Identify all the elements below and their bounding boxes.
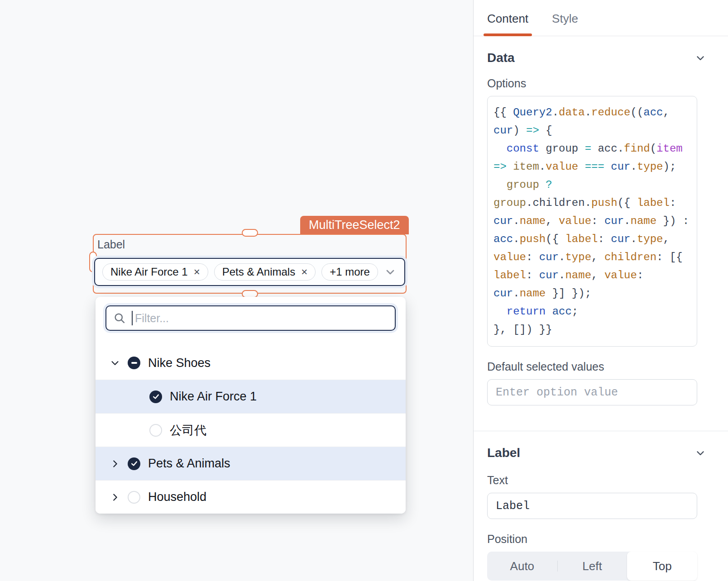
position-option-top[interactable]: Top [627, 552, 697, 581]
selected-tag-label: Nike Air Force 1 [110, 266, 188, 278]
tree-item-label: Nike Shoes [148, 356, 211, 370]
tree-item-item[interactable]: 公司代 [96, 413, 406, 447]
position-label: Position [487, 533, 706, 546]
remove-tag-icon[interactable]: × [194, 267, 200, 277]
dropdown-panel: Nike Shoes Nike Air Force 1 公司代 Pets & A… [96, 297, 406, 514]
tab-style[interactable]: Style [552, 0, 578, 36]
checkbox[interactable] [128, 491, 140, 504]
checkbox[interactable] [149, 391, 162, 403]
selected-tag-nike-air-force-1[interactable]: Nike Air Force 1 × [102, 263, 208, 281]
checkbox[interactable] [149, 424, 162, 437]
filter-field[interactable] [105, 305, 396, 331]
default-selected-values-label: Default selected values [487, 360, 706, 373]
filter-input[interactable] [135, 312, 388, 325]
inspector-tabs: ContentStyle [474, 0, 728, 36]
options-label: Options [487, 77, 706, 90]
label-section: Label Text Position AutoLeftTop [487, 431, 706, 581]
selected-tag-label: Pets & Animals [222, 266, 295, 278]
tree-item-pets-animals[interactable]: Pets & Animals [96, 447, 406, 480]
chevron-icon[interactable] [110, 492, 120, 502]
position-option-auto[interactable]: Auto [487, 552, 557, 581]
checkbox[interactable] [128, 457, 140, 470]
component-name-badge[interactable]: MultiTreeSelect2 [300, 216, 409, 234]
chevron-down-icon[interactable] [694, 447, 706, 459]
options-code-editor[interactable]: {{ Query2.data.reduce((acc,cur) => { con… [487, 96, 697, 347]
text-cursor [132, 311, 133, 325]
chevron-down-icon[interactable] [694, 52, 706, 64]
position-segmented-control: AutoLeftTop [487, 552, 697, 581]
data-section-title: Data [487, 51, 515, 65]
selected-tag-pets-animals[interactable]: Pets & Animals × [214, 263, 316, 281]
chevron-icon[interactable] [110, 358, 120, 368]
selection-handle-top[interactable] [242, 229, 258, 237]
component-label: Label [97, 238, 125, 251]
default-selected-values-input[interactable] [487, 379, 697, 405]
multiselect-field[interactable]: Nike Air Force 1 × Pets & Animals × +1 m… [94, 258, 405, 286]
tree-item-label: Household [148, 490, 206, 504]
overflow-tag[interactable]: +1 more [321, 263, 378, 281]
tree-item-label: Nike Air Force 1 [170, 390, 257, 404]
inspector-panel: ContentStyle Data Options {{ Query2.data… [473, 0, 728, 581]
canvas: MultiTreeSelect2 Label Nike Air Force 1 … [0, 0, 473, 581]
label-text-input[interactable] [487, 493, 697, 519]
checkbox[interactable] [128, 357, 140, 369]
chevron-icon[interactable] [110, 459, 120, 469]
data-section: Data Options {{ Query2.data.reduce((acc,… [487, 36, 706, 405]
position-option-left[interactable]: Left [557, 552, 627, 581]
tree-item-label: Pets & Animals [148, 457, 230, 471]
tab-content[interactable]: Content [487, 0, 528, 36]
label-section-title: Label [487, 446, 520, 460]
tree-item-household[interactable]: Household [96, 480, 406, 514]
tree-item-nike-air-force-1[interactable]: Nike Air Force 1 [96, 380, 406, 413]
tree-item-nike-shoes[interactable]: Nike Shoes [96, 346, 406, 380]
remove-tag-icon[interactable]: × [301, 267, 307, 277]
options-tree: Nike Shoes Nike Air Force 1 公司代 Pets & A… [96, 346, 406, 514]
tree-item-label: 公司代 [170, 422, 206, 438]
text-label: Text [487, 474, 706, 487]
search-icon [113, 312, 126, 324]
chevron-down-icon[interactable] [384, 266, 397, 278]
